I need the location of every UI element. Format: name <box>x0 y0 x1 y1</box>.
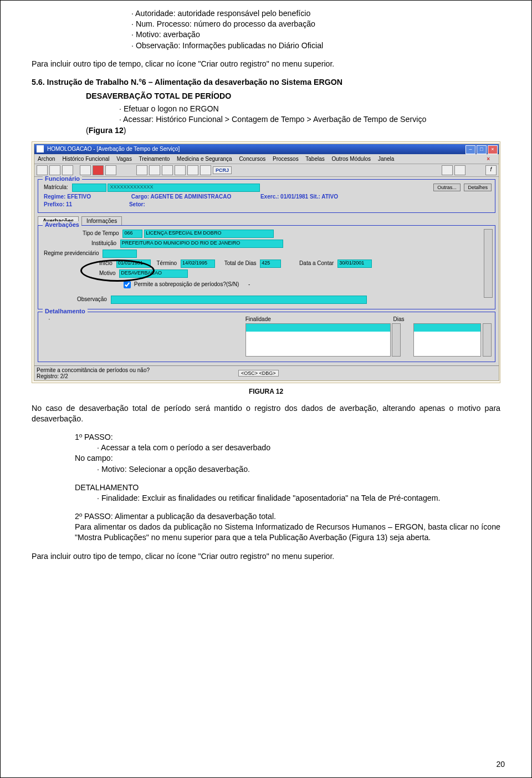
app-icon <box>37 145 44 152</box>
menu-vagas[interactable]: Vagas <box>116 156 132 162</box>
detalhamento-bullet: Finalidade: Excluir as finalidades ou re… <box>97 493 500 504</box>
menu-processos[interactable]: Processos <box>273 156 299 162</box>
tb-commit-icon[interactable] <box>105 165 116 175</box>
close-button[interactable]: × <box>488 145 498 154</box>
lbl-matricula: Matrícula: <box>44 184 68 190</box>
tb-help-icon[interactable] <box>187 165 198 175</box>
field-tipo-tempo-desc[interactable]: LICENÇA ESPECIAL EM DOBRO <box>144 230 274 238</box>
group-averbacoes-title: Averbações <box>43 221 81 228</box>
passo-2-body-text: Para alimentar os dados da publicação no… <box>75 522 500 542</box>
tb-save-icon[interactable] <box>37 165 48 175</box>
list-dias[interactable] <box>413 323 481 357</box>
tb-next-icon[interactable] <box>162 165 173 175</box>
field-definitions: Autoridade: autoridade responsável pelo … <box>98 8 500 51</box>
field-tipo-tempo-cod[interactable]: 066 <box>122 230 142 238</box>
lbl-instituicao: Instituição <box>91 240 116 246</box>
status-osc: <OSC> <DBG> <box>238 370 279 377</box>
val-setor: Setor: <box>129 201 145 207</box>
field-termino[interactable]: 14/02/1995 <box>181 260 215 268</box>
para-caso-desaverbacao: No caso de desaverbação total de período… <box>32 403 500 424</box>
tb-print-icon[interactable] <box>49 165 60 175</box>
window-buttons: – □ × <box>466 145 498 154</box>
list-finalidade-scrollbar[interactable] <box>392 323 401 357</box>
detalhamento-title: DETALHAMENTO <box>75 482 500 493</box>
val-cargo: Cargo: AGENTE DE ADMINISTRACAO <box>131 194 231 200</box>
menu-concursos[interactable]: Concursos <box>239 156 265 162</box>
val-exerc: Exerc.: 01/01/1981 Sit.: ATIVO <box>260 194 338 200</box>
window-title: HOMOLOGACAO - [Averbação de Tempo de Ser… <box>47 146 180 152</box>
tb-new-icon[interactable] <box>80 165 91 175</box>
tb-right2-icon[interactable] <box>454 165 466 175</box>
deta-bullet: · <box>44 316 55 322</box>
detalhamento-columns: Finalidade Dias <box>245 316 492 357</box>
heading-5-6: 5.6. Instrução de Trabalho N.°6 – Alimen… <box>32 77 500 88</box>
list-finalidade[interactable] <box>245 323 391 357</box>
group-funcionario: Funcionário Matrícula: XXXXXXXXXXXXX Out… <box>38 179 495 213</box>
def-observacao: Observação: Informações publicadas no Di… <box>131 40 500 51</box>
figure-12-frame: HOMOLOGACAO - [Averbação de Tempo de Ser… <box>32 141 500 383</box>
field-matricula[interactable] <box>72 184 106 192</box>
tb-prev-icon[interactable] <box>149 165 160 175</box>
tab-strip: Averbações Informações <box>38 216 495 225</box>
lbl-total-dias: Total de Dias <box>224 260 257 266</box>
highlight-circle <box>80 260 155 282</box>
page-number: 20 <box>496 760 505 769</box>
menu-historico[interactable]: Histórico Funcional <box>62 156 109 162</box>
step-acessar-fig: (Figura 12) <box>86 125 500 136</box>
lbl-reg-prev: Regime previdenciário <box>44 250 99 256</box>
menu-tabelas[interactable]: Tabelas <box>305 156 324 162</box>
window-title-bar[interactable]: HOMOLOGACAO - [Averbação de Tempo de Ser… <box>34 144 499 154</box>
list-dias-scrollbar[interactable] <box>483 323 492 357</box>
col-finalidade: Finalidade <box>245 316 390 322</box>
field-total-dias[interactable]: 425 <box>260 260 281 268</box>
field-observacao[interactable] <box>111 296 367 304</box>
menu-treinamento[interactable]: Treinamento <box>139 156 170 162</box>
tb-first-icon[interactable] <box>136 165 147 175</box>
para-incluir-outro: Para incluir outro tipo de tempo, clicar… <box>32 59 500 69</box>
ergon-window: HOMOLOGACAO - [Averbação de Tempo de Ser… <box>34 144 499 381</box>
menu-bar[interactable]: Archon Histórico Funcional Vagas Treinam… <box>34 154 499 164</box>
step-acessar-text: Acessar: Histórico Funcional > Contagem … <box>123 115 426 124</box>
col-dias: Dias <box>393 316 459 322</box>
passo-1-nocampo: No campo: <box>75 453 500 464</box>
figure-ref-12: Figura 12 <box>89 126 124 135</box>
tb-find-icon[interactable] <box>62 165 73 175</box>
group-averbacoes: Averbações Tipo de Tempo 066 LICENÇA ESP… <box>38 225 495 309</box>
maximize-button[interactable]: □ <box>477 145 487 154</box>
status-bar: Permite a concomitância de períodos ou n… <box>34 365 499 380</box>
tb-last-icon[interactable] <box>175 165 186 175</box>
group-detalhamento: Detalhamento · Finalidade Dias <box>38 312 495 362</box>
lbl-termino: Término <box>156 260 177 266</box>
chk-permite-sobreposicao[interactable] <box>124 281 131 288</box>
heading-desaverbacao-total: DESAVERBAÇÃO TOTAL DE PERÍODO <box>86 91 500 101</box>
tb-right1-icon[interactable] <box>442 165 453 175</box>
tab-informacoes[interactable]: Informações <box>81 216 122 225</box>
tb-delete-icon[interactable] <box>93 165 104 175</box>
field-data-contar[interactable]: 30/01/2001 <box>337 260 372 268</box>
field-reg-prev[interactable] <box>103 250 137 258</box>
status-permite: Permite a concomitância de períodos ou n… <box>37 367 150 373</box>
passo-2-title: 2º PASSO: Alimentar a publicação da desa… <box>75 511 500 522</box>
passo-2: 2º PASSO: Alimentar a publicação da desa… <box>75 511 500 543</box>
group-detalhamento-title: Detalhamento <box>43 308 88 314</box>
mdi-close-icon[interactable]: × <box>487 156 490 162</box>
figure-12-caption: FIGURA 12 <box>32 388 500 395</box>
status-registro: Registro: 2/2 <box>37 373 150 379</box>
btn-detalhes[interactable]: Detalhes <box>464 184 492 191</box>
menu-medicina[interactable]: Medicina e Segurança <box>177 156 232 162</box>
menu-outros[interactable]: Outros Módulos <box>332 156 371 162</box>
menu-archon[interactable]: Archon <box>38 156 55 162</box>
form-area: Funcionário Matrícula: XXXXXXXXXXXXX Out… <box>34 179 499 365</box>
passo-1: 1º PASSO: Acessar a tela com o período a… <box>75 432 500 475</box>
field-instituicao[interactable]: PREFEITURA DO MUNICIPIO DO RIO DE JANEIR… <box>120 240 283 248</box>
def-motivo: Motivo: averbação <box>131 29 500 40</box>
menu-janela[interactable]: Janela <box>378 156 394 162</box>
tb-fx-icon[interactable]: f <box>485 165 497 175</box>
btn-outras[interactable]: Outras... <box>433 184 461 191</box>
tb-pub-icon[interactable] <box>200 165 211 175</box>
detalhamento-section: DETALHAMENTO Finalidade: Excluir as fina… <box>75 482 500 504</box>
minimize-button[interactable]: – <box>466 145 475 154</box>
tb-pcrj-chip[interactable]: PCRJ <box>213 166 232 174</box>
def-autoridade: Autoridade: autoridade responsável pelo … <box>131 8 500 19</box>
field-matricula-nome[interactable]: XXXXXXXXXXXXX <box>108 184 260 192</box>
